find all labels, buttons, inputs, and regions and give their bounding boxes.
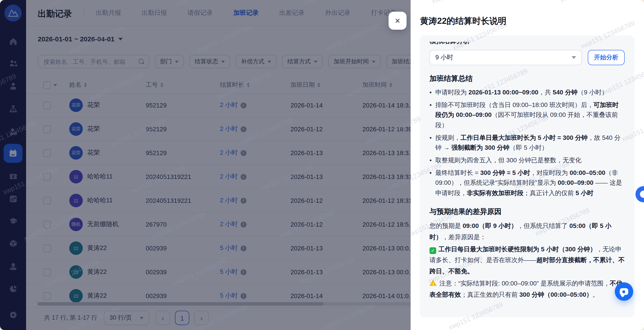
settlement-explanation-panel: 黄涛22的结算时长说明 模拟结算分析 9 小时 开始分析 加班结算总结 •申请时… xyxy=(410,0,644,330)
simulation-controls: 9 小时 开始分析 xyxy=(430,50,625,65)
panel-title: 黄涛22的结算时长说明 xyxy=(420,15,506,27)
list-item: •按规则，工作日单日最大加班时长为 5 小时 = 300 分钟，故 540 分钟… xyxy=(430,132,625,153)
start-analysis-button[interactable]: 开始分析 xyxy=(588,50,625,65)
list-item: •申请时段为 2026-01-13 00:00~09:00，共 540 分钟（9… xyxy=(430,87,625,97)
chat-support-button[interactable] xyxy=(615,282,633,301)
close-panel-button[interactable]: × xyxy=(388,12,406,30)
scrolled-cut-heading: 模拟结算分析 xyxy=(430,42,625,46)
summary-heading: 加班结算总结 xyxy=(430,74,625,84)
assistant-icon xyxy=(640,191,644,198)
chevron-down-icon xyxy=(572,56,576,59)
difference-paragraph: ✓工作日每日最大加班时长硬性限制为 5 小时（300 分钟），无论申请多长、打卡… xyxy=(430,244,625,277)
check-icon: ✓ xyxy=(430,247,436,254)
difference-paragraph: 您的预期是 09:00（即 9 小时），但系统只结算了 05:00（即 5 小时… xyxy=(430,220,625,242)
chat-bubble-icon xyxy=(620,288,628,295)
list-item: •最终结算时长 = 300 分钟 = 5 小时，对应时段为 00:00–05:0… xyxy=(430,168,625,198)
warning-icon xyxy=(430,280,437,286)
modal-backdrop xyxy=(0,0,410,330)
app-window: 出勤记录 出勤月报 出勤日报 请假记录 加班记录 出差记录 外出记录 打卡记录 … xyxy=(0,0,644,330)
list-item: •排除不可加班时段（含当日 09:00–18:00 班次时间）后，可加班时段仍为… xyxy=(430,100,625,130)
duration-select-value: 9 小时 xyxy=(435,54,453,62)
explanation-card: 模拟结算分析 9 小时 开始分析 加班结算总结 •申请时段为 2026-01-1… xyxy=(420,36,634,318)
difference-heading: 与预期结果的差异原因 xyxy=(430,207,625,216)
duration-select[interactable]: 9 小时 xyxy=(430,50,582,65)
list-item: •取整规则为四舍五入，但 300 分钟已是整数，无变化 xyxy=(430,155,625,165)
difference-paragraph: 注意：“实际结算时段: 00:00–09:00” 是系统展示的申请范围，不代表全… xyxy=(430,278,625,300)
summary-bullet-list: •申请时段为 2026-01-13 00:00~09:00，共 540 分钟（9… xyxy=(430,87,625,198)
